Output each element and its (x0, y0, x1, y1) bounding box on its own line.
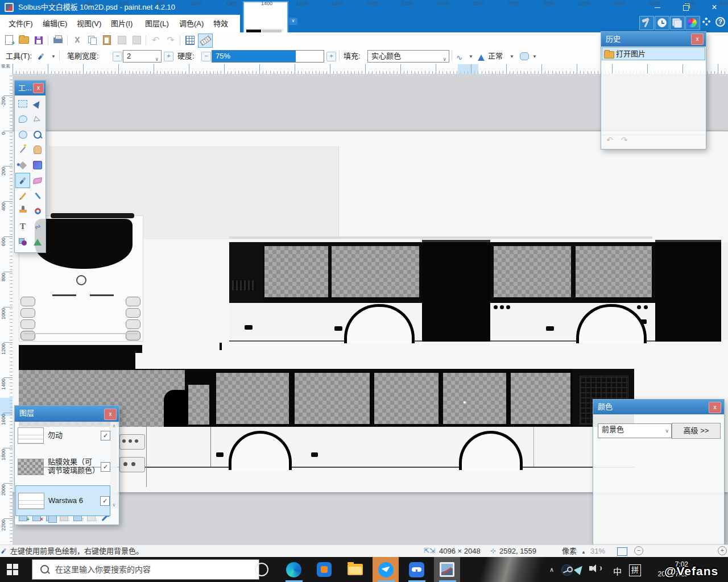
tool-paint-bucket[interactable] (15, 157, 30, 173)
antialias-caret[interactable]: ▼ (469, 54, 473, 59)
taskbar-search[interactable]: 在这里输入你要搜索的内容 (32, 559, 259, 580)
history-undo-icon[interactable]: ↶ (606, 135, 613, 144)
colors-panel-title[interactable]: 颜色 (593, 400, 724, 414)
tool-paintbrush[interactable] (15, 173, 30, 188)
redo-button[interactable]: ↷ (164, 34, 177, 47)
menu-item-file[interactable]: 文件(F) (3, 15, 38, 32)
new-button[interactable]: + (2, 34, 16, 47)
menu-item-adjust[interactable]: 调色(A) (174, 15, 209, 32)
colors-close-button[interactable]: x (709, 402, 721, 413)
tool-line-curve[interactable]: ∿ (30, 219, 45, 234)
taskbar-cloud-app[interactable] (403, 557, 429, 582)
settings-button[interactable] (700, 16, 714, 29)
tools-toggle-button[interactable] (639, 16, 654, 30)
toggle-rulers-button[interactable] (198, 34, 213, 48)
menu-item-image[interactable]: 图片(I) (106, 15, 138, 32)
layer-row-1[interactable]: 勿动✓ (15, 422, 110, 448)
blend-mode-caret[interactable]: ▼ (510, 54, 514, 59)
volume-icon[interactable] (589, 566, 593, 571)
layer-visible-checkbox[interactable]: ✓ (101, 462, 110, 472)
history-item-open-image[interactable]: 打开图片 (602, 47, 705, 60)
tool-gradient[interactable] (30, 157, 45, 173)
paste-button[interactable] (100, 34, 114, 47)
advanced-colors-button[interactable]: 高级 >> (672, 423, 721, 439)
taskbar-paintdotnet[interactable] (434, 557, 460, 582)
tool-color-picker[interactable] (30, 188, 45, 203)
tool-clone-stamp[interactable] (15, 203, 30, 219)
history-toggle-button[interactable] (655, 16, 669, 30)
selection-mode-icon[interactable] (520, 52, 529, 63)
history-redo-icon[interactable]: ↷ (621, 135, 628, 144)
tool-zoom[interactable] (30, 127, 45, 142)
scroll-up-icon[interactable]: ∧ (110, 423, 118, 429)
copy-button[interactable] (85, 34, 99, 47)
print-button[interactable] (51, 34, 65, 47)
ime-mode-indicator[interactable]: 拼 (629, 564, 641, 576)
save-button[interactable] (32, 34, 46, 47)
history-panel-title[interactable]: 历史 (601, 32, 706, 47)
blend-mode-value[interactable]: 正常 (488, 48, 503, 64)
menu-item-layers[interactable]: 图层(L) (140, 15, 174, 32)
tool-recolor[interactable] (30, 203, 45, 219)
color-mode-combo[interactable]: 前景色∨ (598, 423, 672, 438)
history-close-button[interactable]: x (691, 34, 704, 45)
menu-item-effects[interactable]: 特效(C) (208, 15, 240, 32)
tool-move-selection[interactable]: ▷ (30, 111, 45, 127)
steam-icon[interactable] (561, 564, 573, 576)
tool-magic-wand[interactable] (15, 142, 30, 157)
zoom-fit-button[interactable] (617, 547, 627, 556)
ime-language-indicator[interactable]: 中 (613, 565, 622, 577)
brush-width-combo[interactable]: 2∨ (123, 50, 162, 63)
menu-item-edit[interactable]: 编辑(E) (38, 15, 72, 32)
current-tool-brush-icon[interactable] (40, 52, 42, 63)
hardness-slider[interactable]: 75% (212, 50, 324, 63)
tool-rectangle-select[interactable] (15, 96, 30, 111)
taskbar-browser-app[interactable] (311, 557, 337, 582)
hardness-increase[interactable]: + (326, 52, 336, 61)
tool-pencil[interactable] (15, 188, 30, 203)
tool-eraser[interactable] (30, 173, 45, 188)
undo-button[interactable]: ↶ (149, 34, 163, 47)
menu-item-view[interactable]: 视图(V) (72, 15, 106, 32)
scroll-down-icon[interactable]: ∨ (110, 502, 118, 508)
fill-style-combo[interactable]: 实心颜色∨ (367, 50, 449, 63)
layer-row-3[interactable]: Warstwa 6✓ (15, 485, 110, 516)
zoom-in-button[interactable]: + (718, 546, 727, 555)
brush-width-increase[interactable]: + (164, 52, 173, 61)
cortana-button[interactable] (249, 557, 275, 582)
layer-visible-checkbox[interactable]: ✓ (100, 496, 110, 506)
tool-shapes[interactable] (15, 234, 30, 250)
hardness-decrease[interactable]: − (201, 52, 211, 61)
layer-row-2[interactable]: 贴膜效果（可调节玻璃颜色）✓ (15, 450, 110, 483)
tool-ellipse-select[interactable] (15, 127, 30, 142)
antialias-curve-icon[interactable]: ∿ (456, 52, 462, 63)
tool-lasso-select[interactable] (15, 111, 30, 127)
layers-close-button[interactable]: x (104, 409, 117, 420)
crop-button[interactable] (115, 34, 129, 47)
tool-move-selected-pixels[interactable] (30, 96, 45, 111)
tool-shapes-triangle[interactable] (30, 234, 45, 250)
layers-scrollbar[interactable]: ∧ ∨ (110, 422, 118, 509)
cut-button[interactable] (71, 34, 84, 47)
tray-expand-icon[interactable]: ∧ (549, 566, 554, 573)
tool-text[interactable]: T (15, 219, 30, 234)
layers-panel-title[interactable]: 图层 (15, 406, 119, 422)
zoom-out-button[interactable]: − (634, 546, 643, 555)
tool-dropdown-caret[interactable]: ▼ (51, 54, 56, 59)
tool-pan[interactable] (30, 142, 45, 157)
toggle-grid-button[interactable] (183, 34, 197, 47)
taskbar-edge[interactable] (280, 557, 307, 582)
tools-close-button[interactable]: x (33, 83, 44, 93)
start-button[interactable] (7, 564, 18, 575)
image-list-button[interactable]: ∨ (289, 18, 297, 25)
open-button[interactable] (17, 34, 31, 47)
layer-visible-checkbox[interactable]: ✓ (101, 431, 110, 440)
selection-mode-caret[interactable]: ▼ (532, 54, 537, 59)
taskbar-file-explorer[interactable] (342, 557, 368, 582)
layers-toggle-button[interactable] (670, 16, 685, 30)
taskbar-dingtalk[interactable] (373, 557, 399, 582)
help-button[interactable]: ? (714, 16, 727, 29)
unit-selector[interactable]: 像素 (562, 545, 577, 558)
deselect-button[interactable] (130, 34, 143, 47)
brush-width-decrease[interactable]: − (113, 52, 122, 61)
